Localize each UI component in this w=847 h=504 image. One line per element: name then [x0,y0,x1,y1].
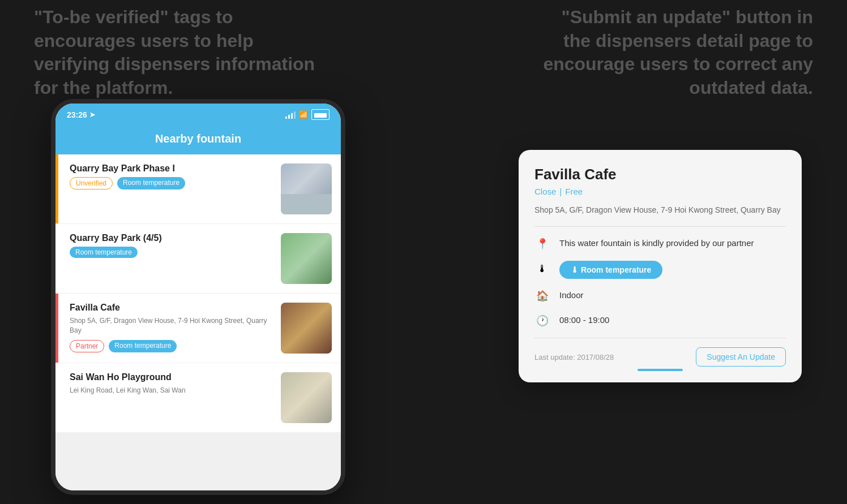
clock-icon: 🕐 [534,313,550,329]
location-icon: ➤ [89,111,95,119]
item-tags: Room temperature [70,247,274,258]
tag-room-temperature: Room temperature [109,340,177,352]
location-type-row: 🏠 Indoor [534,288,786,304]
free-link[interactable]: Free [565,187,583,196]
tag-partner: Partner [70,340,104,352]
signal-icon [285,111,296,119]
tag-unverified: Unverified [70,177,113,189]
item-name: Quarry Bay Park Phase I [70,163,274,174]
item-address: Shop 5A, G/F, Dragon View House, 7-9 Hoi… [70,316,274,335]
list-item-content: Quarry Bay Park (4/5) Room temperature [70,233,274,258]
temperature-button-wrapper[interactable]: 🌡 Room temperature [559,261,662,279]
list-item[interactable]: Sai Wan Ho Playground Lei King Road, Lei… [55,363,341,432]
item-tags: Partner Room temperature [70,340,274,352]
partner-text: This water fountain is kindly provided b… [559,236,754,250]
item-image [281,233,332,284]
status-bar-right: 📶 [285,109,330,120]
last-update-text: Last update: 2017/08/28 [534,353,614,361]
item-image [281,163,332,214]
temperature-row: 🌡 🌡 Room temperature [534,261,786,279]
item-name: Favilla Cafe [70,303,274,313]
home-icon: 🏠 [534,288,550,304]
item-image [281,303,332,354]
location-pin-icon: 📍 [534,236,550,252]
thermometer-icon: 🌡 [534,261,550,277]
detail-footer: Last update: 2017/08/28 Suggest An Updat… [534,347,786,367]
divider [534,226,786,227]
list-item[interactable]: Quarry Bay Park Phase I Unverified Room … [55,154,341,223]
suggest-update-button[interactable]: Suggest An Update [696,347,786,367]
background-text-right: "Submit an update" button in the dispens… [541,6,813,100]
detail-address: Shop 5A, G/F, Dragon View House, 7-9 Hoi… [534,204,786,216]
link-separator: | [559,187,562,196]
time-display: 23:26 [67,110,87,119]
app-header-title: Nearby fountain [67,132,330,145]
item-address: Lei King Road, Lei King Wan, Sai Wan [70,386,274,395]
list-item[interactable]: Quarry Bay Park (4/5) Room temperature [55,224,341,293]
battery-icon [311,109,330,120]
status-bar: 23:26 ➤ 📶 [55,104,341,126]
scroll-indicator [638,369,683,371]
partner-row: 📍 This water fountain is kindly provided… [534,236,786,252]
list-item-content: Favilla Cafe Shop 5A, G/F, Dragon View H… [70,303,274,352]
hours-text: 08:00 - 19:00 [559,313,609,327]
hours-row: 🕐 08:00 - 19:00 [534,313,786,329]
item-name: Sai Wan Ho Playground [70,372,274,382]
tag-room-temperature: Room temperature [70,247,138,258]
tag-room-temperature: Room temperature [117,177,185,189]
list-item-content: Quarry Bay Park Phase I Unverified Room … [70,163,274,189]
close-link[interactable]: Close [534,187,556,196]
location-type-text: Indoor [559,288,584,302]
fountain-list[interactable]: Quarry Bay Park Phase I Unverified Room … [55,154,341,490]
room-temperature-button[interactable]: 🌡 Room temperature [559,261,662,279]
item-image [281,372,332,423]
detail-links: Close | Free [534,187,786,196]
divider [534,338,786,338]
detail-title: Favilla Cafe [534,166,786,183]
list-item-content: Sai Wan Ho Playground Lei King Road, Lei… [70,372,274,400]
app-header: Nearby fountain [55,126,341,154]
status-bar-left: 23:26 ➤ [67,110,95,119]
item-tags: Unverified Room temperature [70,177,274,189]
list-item[interactable]: Favilla Cafe Shop 5A, G/F, Dragon View H… [55,294,341,363]
wifi-icon: 📶 [299,110,308,119]
phone-mockup: 23:26 ➤ 📶 Nearby fountain Quarry Bay Par… [51,99,345,495]
detail-card: Favilla Cafe Close | Free Shop 5A, G/F, … [519,150,802,382]
background-text-left: "To-be verified" tags to encourages user… [34,6,317,100]
item-name: Quarry Bay Park (4/5) [70,233,274,243]
